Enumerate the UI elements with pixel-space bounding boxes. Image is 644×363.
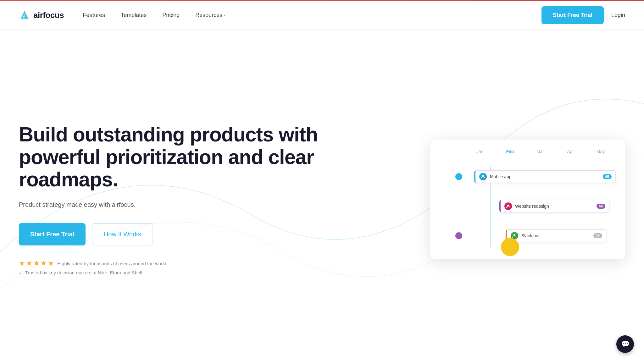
task-name-mobile-app: Mobile app	[490, 174, 600, 179]
yellow-circle	[501, 238, 519, 256]
task-bar-slack-bot[interactable]: Slack bot 18	[506, 229, 606, 242]
check-icon: ✓	[19, 270, 23, 275]
nav-pricing[interactable]: Pricing	[162, 12, 180, 19]
hero-subtitle: Product strategy made easy with airfocus…	[19, 200, 334, 209]
task-name-website-redesign: Website redesign	[515, 204, 593, 209]
hero-how-it-works-button[interactable]: How It Works	[92, 223, 153, 245]
chevron-down-icon: ▾	[224, 13, 225, 18]
chat-icon: 💬	[621, 340, 630, 348]
nav-login-button[interactable]: Login	[611, 12, 625, 19]
star-2: ★	[26, 259, 32, 267]
month-may: May	[586, 149, 616, 154]
task-name-slack-bot: Slack bot	[521, 233, 590, 238]
nav-start-free-trial-button[interactable]: Start Free Trial	[541, 6, 604, 24]
hero-visual: Jan Feb Mar Apr May	[334, 140, 625, 259]
logo-text: airfocus	[33, 10, 64, 20]
table-row: Mobile app 65	[440, 169, 616, 184]
logo-icon	[19, 10, 30, 21]
task-bar-mobile-app[interactable]: Mobile app 65	[474, 170, 616, 183]
month-feb: Feb	[495, 149, 525, 154]
nav-actions: Start Free Trial Login	[541, 6, 625, 24]
task-badge-website-redesign: 50	[597, 204, 605, 209]
task-badge-mobile-app: 65	[603, 174, 612, 179]
star-rating: ★ ★ ★ ★ ★	[19, 259, 54, 267]
hero-title: Build outstanding products with powerful…	[19, 124, 334, 191]
nav-links: Features Templates Pricing Resources ▾	[83, 12, 541, 19]
dot-purple-1	[455, 232, 462, 239]
avatar-mobile-app	[479, 173, 487, 180]
table-row: Website redesign 50	[440, 198, 616, 214]
dot-blue-1	[455, 173, 462, 180]
month-mar: Mar	[525, 149, 555, 154]
hero-start-free-trial-button[interactable]: Start Free Trial	[19, 223, 86, 245]
task-bar-website-redesign[interactable]: Website redesign 50	[499, 200, 609, 212]
task-badge-slack-bot: 18	[593, 233, 602, 238]
hero-buttons: Start Free Trial How It Works	[19, 223, 334, 245]
month-apr: Apr	[555, 149, 586, 154]
dashboard-card: Jan Feb Mar Apr May	[430, 140, 625, 259]
trust-text: Trusted by key decision makers at Nike, …	[25, 270, 142, 275]
avatar-website-redesign	[504, 202, 512, 210]
nav-templates[interactable]: Templates	[121, 12, 147, 19]
social-proof-text: Highly rated by thousands of users aroun…	[57, 261, 166, 266]
hero-content: Build outstanding products with powerful…	[19, 124, 334, 275]
navbar: airfocus Features Templates Pricing Reso…	[0, 1, 644, 30]
month-jan: Jan	[465, 149, 495, 154]
star-1: ★	[19, 259, 25, 267]
trust-row: ✓ Trusted by key decision makers at Nike…	[19, 270, 334, 275]
timeline-rows: Mobile app 65 Website redesign 50	[440, 166, 616, 247]
star-half: ★	[48, 259, 54, 267]
timeline-header: Jan Feb Mar Apr May	[440, 149, 616, 159]
star-3: ★	[33, 259, 40, 267]
chat-button[interactable]: 💬	[616, 335, 634, 353]
hero-section: Build outstanding products with powerful…	[0, 30, 644, 363]
table-row: Slack bot 18	[440, 228, 616, 244]
nav-resources[interactable]: Resources ▾	[195, 12, 225, 19]
stars-row: ★ ★ ★ ★ ★ Highly rated by thousands of u…	[19, 259, 334, 267]
star-4: ★	[41, 259, 47, 267]
logo[interactable]: airfocus	[19, 10, 64, 21]
nav-features[interactable]: Features	[83, 12, 105, 19]
hero-social-proof: ★ ★ ★ ★ ★ Highly rated by thousands of u…	[19, 259, 334, 275]
